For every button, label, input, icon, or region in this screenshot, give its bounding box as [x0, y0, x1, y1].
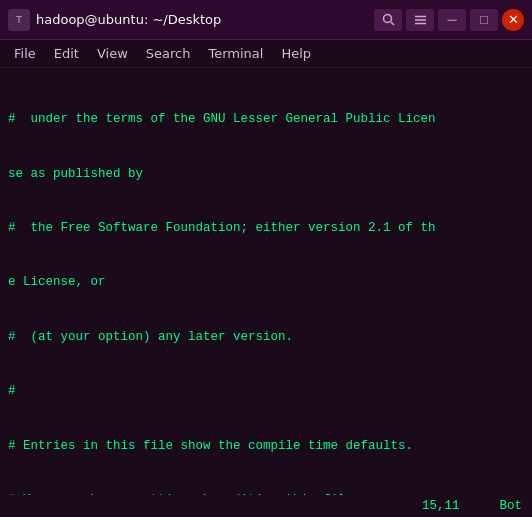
search-button[interactable]: [374, 9, 402, 31]
terminal-content: # under the terms of the GNU Lesser Gene…: [8, 74, 524, 517]
line-4: e License, or: [8, 273, 524, 291]
close-button[interactable]: ✕: [502, 9, 524, 31]
title-bar-left: T hadoop@ubuntu: ~/Desktop: [8, 9, 221, 31]
line-5: # (at your option) any later version.: [8, 328, 524, 346]
menu-view[interactable]: View: [89, 43, 136, 64]
line-6: #: [8, 382, 524, 400]
window-title: hadoop@ubuntu: ~/Desktop: [36, 12, 221, 27]
cursor-position: 15,11: [422, 499, 460, 513]
menu-terminal[interactable]: Terminal: [200, 43, 271, 64]
menu-search[interactable]: Search: [138, 43, 199, 64]
line-2: se as published by: [8, 165, 524, 183]
scroll-position: Bot: [499, 499, 522, 513]
terminal-icon: T: [8, 9, 30, 31]
terminal-body[interactable]: # under the terms of the GNU Lesser Gene…: [0, 68, 532, 517]
menu-file[interactable]: File: [6, 43, 44, 64]
svg-line-1: [391, 22, 394, 25]
line-7: # Entries in this file show the compile …: [8, 437, 524, 455]
maximize-button[interactable]: □: [470, 9, 498, 31]
menu-help[interactable]: Help: [273, 43, 319, 64]
title-bar: T hadoop@ubuntu: ~/Desktop ─ □ ✕: [0, 0, 532, 40]
line-3: # the Free Software Foundation; either v…: [8, 219, 524, 237]
window-controls: ─ □ ✕: [374, 9, 524, 31]
menu-edit[interactable]: Edit: [46, 43, 87, 64]
menu-bar: File Edit View Search Terminal Help: [0, 40, 532, 68]
menu-button[interactable]: [406, 9, 434, 31]
status-bar: 15,11 Bot: [0, 495, 532, 517]
line-1: # under the terms of the GNU Lesser Gene…: [8, 110, 524, 128]
minimize-button[interactable]: ─: [438, 9, 466, 31]
svg-point-0: [383, 15, 391, 23]
